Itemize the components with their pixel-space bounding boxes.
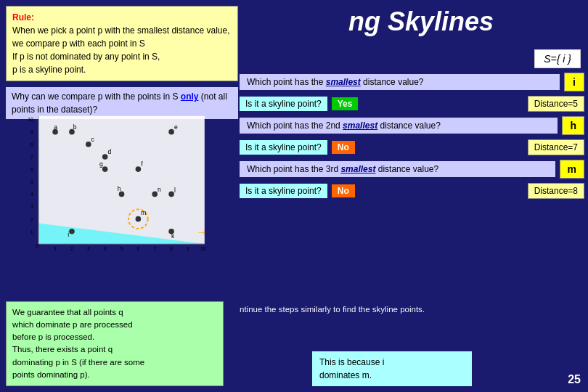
svg-text:5: 5 xyxy=(121,246,123,251)
guarantee-line-1: which dominate p are processed xyxy=(12,320,133,329)
svg-text:b: b xyxy=(73,123,77,131)
s-set-box: S={ i } xyxy=(534,49,581,68)
svg-text:d: d xyxy=(107,148,111,155)
slide-title: ng Skylines xyxy=(348,7,494,37)
svg-text:k: k xyxy=(171,232,175,240)
svg-text:10: 10 xyxy=(28,117,33,122)
this-because-box: This is because i dominates m. xyxy=(312,351,472,386)
skyline-row-2: Is it a skyline point? No Distance=7 xyxy=(240,139,584,155)
svg-text:h: h xyxy=(118,185,121,192)
svg-text:c: c xyxy=(91,136,95,143)
distance-1: Distance=5 xyxy=(528,96,584,112)
svg-point-33 xyxy=(168,129,174,135)
svg-point-50 xyxy=(152,192,158,197)
qa-panel: Which point has the smallest distance va… xyxy=(240,73,584,199)
qa-row-2: Which point has the 2nd smallest distanc… xyxy=(240,116,584,135)
skyline-q-3: Is it a skyline point? xyxy=(240,184,327,198)
svg-text:9: 9 xyxy=(30,130,33,135)
question-3: Which point has the 3rd smallest distanc… xyxy=(240,161,555,177)
svg-text:→: → xyxy=(196,226,207,238)
page-number: 25 xyxy=(568,373,581,386)
yes-badge-1: Yes xyxy=(332,97,359,110)
qa-row-3: Which point has the 3rd smallest distanc… xyxy=(240,160,584,179)
continue-text-content: ntinue the steps similarly to find the s… xyxy=(240,305,425,314)
svg-text:10: 10 xyxy=(200,246,206,251)
guarantee-line-2: before p is processed. xyxy=(12,332,94,341)
svg-point-45 xyxy=(168,192,174,197)
svg-text:8: 8 xyxy=(170,246,173,251)
svg-text:7: 7 xyxy=(30,155,33,160)
svg-text:n: n xyxy=(158,186,161,193)
scatter-plot: 0 1 2 3 4 5 6 7 8 9 10 1 2 3 4 5 6 7 8 9… xyxy=(6,113,224,258)
svg-point-39 xyxy=(119,192,125,197)
svg-text:m: m xyxy=(141,209,146,216)
no-badge-3: No xyxy=(332,184,355,197)
this-because-line-2: dominates m. xyxy=(319,370,372,380)
svg-point-41 xyxy=(69,229,75,234)
svg-text:1: 1 xyxy=(30,229,33,234)
rule-line-3: If p is not dominated by any point in S, xyxy=(12,52,160,62)
svg-point-47 xyxy=(136,216,142,222)
svg-text:4: 4 xyxy=(30,192,33,197)
only-text: only xyxy=(181,91,199,102)
svg-text:3: 3 xyxy=(30,204,33,209)
svg-point-37 xyxy=(102,166,108,172)
answer-2: h xyxy=(562,116,584,135)
rule-label: Rule: xyxy=(12,12,34,23)
skyline-row-3: Is it a skyline point? No Distance=8 xyxy=(240,183,584,199)
this-because-line-1: This is because i xyxy=(319,357,384,367)
guarantee-box: We guarantee that all points q which dom… xyxy=(6,301,224,387)
svg-text:8: 8 xyxy=(30,142,33,147)
svg-text:e: e xyxy=(174,123,178,131)
answer-3: m xyxy=(560,160,584,179)
answer-1: i xyxy=(564,73,584,91)
question-2: Which point has the 2nd smallest distanc… xyxy=(240,118,558,134)
svg-text:4: 4 xyxy=(104,246,107,251)
smallest-2: smallest xyxy=(343,121,377,131)
svg-text:6: 6 xyxy=(137,246,140,251)
skyline-row-1: Is it a skyline point? Yes Distance=5 xyxy=(240,96,584,112)
s-set-label: S={ i } xyxy=(544,53,571,65)
continue-text: ntinue the steps similarly to find the s… xyxy=(240,305,425,314)
svg-point-35 xyxy=(136,166,142,172)
no-badge-2: No xyxy=(332,141,355,154)
svg-text:7: 7 xyxy=(153,246,156,251)
qa-row-1: Which point has the smallest distance va… xyxy=(240,73,584,91)
guarantee-line-0: We guarantee that all points q xyxy=(12,308,123,317)
svg-text:6: 6 xyxy=(30,167,33,172)
svg-text:1: 1 xyxy=(54,246,57,251)
smallest-1: smallest xyxy=(326,77,361,87)
distance-2: Distance=7 xyxy=(528,139,584,155)
smallest-3: smallest xyxy=(340,164,375,174)
svg-text:g: g xyxy=(99,160,103,168)
svg-text:2: 2 xyxy=(30,217,33,222)
svg-point-31 xyxy=(102,154,108,160)
svg-text:0: 0 xyxy=(36,242,38,249)
distance-3: Distance=8 xyxy=(528,183,584,199)
svg-rect-0 xyxy=(38,116,205,244)
svg-text:2: 2 xyxy=(70,246,73,251)
skyline-q-1: Is it a skyline point? xyxy=(240,97,327,111)
svg-text:9: 9 xyxy=(187,246,189,251)
guarantee-line-5: points dominating p). xyxy=(12,370,90,379)
rule-line-2: we compare p with each point in S xyxy=(12,38,145,49)
rule-line-1: When we pick a point p with the smallest… xyxy=(12,25,229,36)
why-text-1: Why can we compare p with the points in … xyxy=(12,91,178,102)
guarantee-line-4: dominating p in S (if there are some xyxy=(12,358,144,367)
rule-line-4: p is a skyline point. xyxy=(12,65,86,75)
rule-box: Rule: When we pick a point p with the sm… xyxy=(6,6,238,81)
svg-text:a: a xyxy=(54,123,57,131)
svg-text:i: i xyxy=(68,231,69,238)
svg-text:5: 5 xyxy=(30,179,33,184)
question-1: Which point has the smallest distance va… xyxy=(240,74,560,90)
svg-point-29 xyxy=(86,142,91,147)
title-area: ng Skylines xyxy=(254,0,588,44)
guarantee-line-3: Thus, there exists a point q xyxy=(12,345,113,354)
svg-text:l: l xyxy=(174,187,176,194)
skyline-q-2: Is it a skyline point? xyxy=(240,140,327,155)
svg-text:3: 3 xyxy=(87,246,90,251)
